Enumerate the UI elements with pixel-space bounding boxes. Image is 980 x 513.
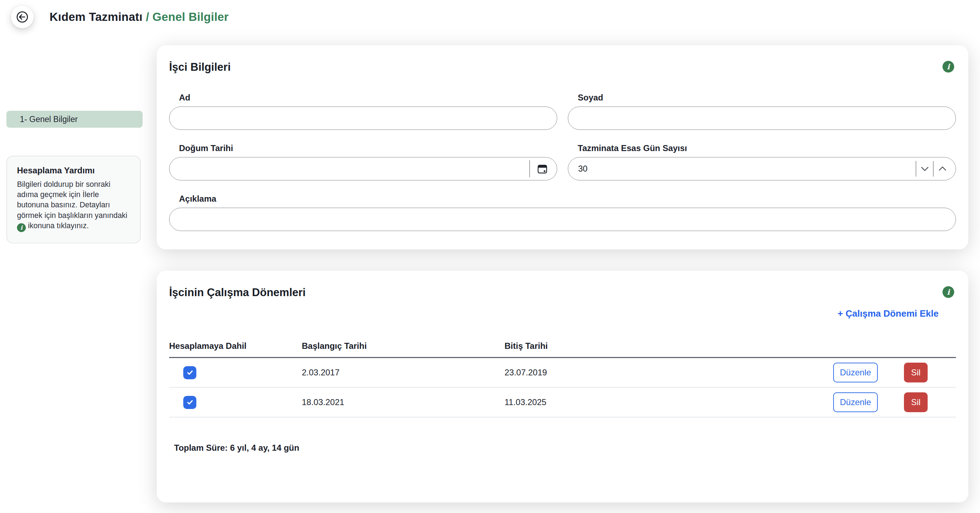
field-divider	[916, 161, 916, 177]
ad-label: Ad	[179, 93, 557, 103]
delete-button[interactable]: Sil	[904, 363, 928, 382]
worker-info-title: İşci Bilgileri	[169, 61, 956, 73]
column-header-end: Bitiş Tarihi	[504, 341, 833, 351]
start-date: 2.03.2017	[302, 368, 504, 378]
dogum-tarihi-label: Doğum Tarihi	[179, 143, 557, 153]
info-icon[interactable]: i	[942, 286, 954, 298]
field-divider	[529, 160, 530, 177]
add-link-row: + Çalışma Dönemi Ekle	[169, 308, 956, 319]
calendar-icon[interactable]	[536, 162, 549, 175]
table-row: 18.03.2021 11.03.2025 Düzenle Sil	[169, 388, 956, 417]
aciklama-input-wrapper	[169, 208, 956, 231]
work-periods-title: İşcinin Çalışma Dönemleri	[169, 286, 956, 299]
breadcrumb-current: / Genel Bilgiler	[143, 10, 229, 23]
soyad-label: Soyad	[578, 93, 956, 103]
aciklama-input[interactable]	[179, 208, 946, 231]
start-date: 18.03.2021	[302, 397, 504, 407]
help-title: Hesaplama Yardımı	[17, 166, 131, 175]
worker-info-form: Ad Soyad Doğum Tarihi	[169, 93, 956, 231]
info-icon[interactable]: i	[942, 61, 954, 73]
dogum-tarihi-input[interactable]	[179, 158, 514, 180]
page-title: Kıdem Tazminatı / Genel Bilgiler	[49, 10, 229, 24]
soyad-input[interactable]	[578, 107, 946, 129]
help-box: Hesaplama Yardımı Bilgileri doldurup bir…	[6, 156, 141, 244]
table-row: 2.03.2017 23.07.2019 Düzenle Sil	[169, 358, 956, 388]
table-header-row: Hesaplamaya Dahil Başlangıç Tarihi Bitiş…	[169, 341, 956, 358]
aciklama-label: Açıklama	[179, 194, 956, 204]
work-periods-table: Hesaplamaya Dahil Başlangıç Tarihi Bitiş…	[169, 341, 956, 417]
field-dogum-tarihi: Doğum Tarihi	[169, 143, 557, 180]
chevron-up-icon	[938, 166, 947, 172]
checkmark-icon	[186, 398, 194, 406]
column-header-include: Hesaplamaya Dahil	[169, 341, 302, 351]
field-gun-sayisi: Tazminata Esas Gün Sayısı	[568, 143, 956, 180]
soyad-input-wrapper	[568, 107, 956, 130]
info-icon: i	[17, 223, 26, 232]
stepper-increment-button[interactable]	[938, 164, 947, 174]
checkmark-icon	[186, 369, 194, 376]
edit-button[interactable]: Düzenle	[833, 392, 878, 412]
worker-info-card: İşci Bilgileri i Ad Soyad Doğum Tarihi	[157, 45, 968, 249]
arrow-left-circle-icon	[15, 10, 30, 24]
include-checkbox[interactable]	[183, 396, 196, 409]
edit-button[interactable]: Düzenle	[833, 363, 878, 382]
include-checkbox[interactable]	[183, 366, 196, 379]
field-aciklama: Açıklama	[169, 194, 956, 231]
field-soyad: Soyad	[568, 93, 956, 130]
step-label: 1- Genel Bilgiler	[20, 115, 78, 124]
add-work-period-link[interactable]: + Çalışma Dönemi Ekle	[838, 308, 939, 319]
end-date: 11.03.2025	[504, 397, 833, 407]
dogum-tarihi-input-wrapper	[169, 157, 557, 180]
ad-input-wrapper	[169, 107, 557, 130]
delete-button[interactable]: Sil	[904, 392, 928, 412]
back-button[interactable]	[11, 6, 33, 28]
gun-sayisi-input-wrapper	[568, 157, 956, 180]
column-header-start: Başlangıç Tarihi	[302, 341, 504, 351]
stepper-decrement-button[interactable]	[920, 164, 929, 174]
help-text: Bilgileri doldurup bir sonraki adıma geç…	[17, 179, 131, 232]
chevron-down-icon	[920, 166, 929, 172]
total-duration: Toplam Süre: 6 yıl, 4 ay, 14 gün	[174, 443, 956, 453]
breadcrumb-root: Kıdem Tazminatı	[49, 10, 143, 23]
field-divider	[933, 161, 934, 177]
gun-sayisi-label: Tazminata Esas Gün Sayısı	[578, 143, 956, 153]
end-date: 23.07.2019	[504, 368, 833, 378]
ad-input[interactable]	[179, 107, 547, 129]
sidebar-item-genel-bilgiler[interactable]: 1- Genel Bilgiler	[6, 111, 143, 128]
work-periods-card: İşcinin Çalışma Dönemleri i + Çalışma Dö…	[157, 271, 968, 502]
field-ad: Ad	[169, 93, 557, 130]
gun-sayisi-input[interactable]	[578, 158, 913, 180]
